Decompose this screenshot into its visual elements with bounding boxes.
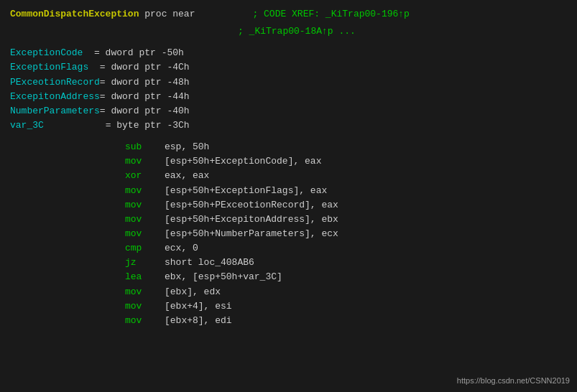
watermark: https://blog.csdn.net/CSNN2019: [457, 376, 570, 385]
operands: [ebx], edx: [165, 285, 221, 299]
operands: [esp+50h+ExcepitonAddress], ebx: [165, 213, 338, 227]
operands: [esp+50h+ExceptionFlags], eax: [165, 184, 327, 198]
mnemonic: lea: [125, 270, 165, 284]
var-exceptioncode: ExceptionCode = dword ptr -50h: [10, 46, 567, 60]
instruction-line: mov[ebx+8], edi: [10, 314, 567, 328]
comment1: ; CODE XREF: _KiTrap00-196↑p: [252, 7, 409, 22]
mnemonic: jz: [125, 256, 165, 270]
operands: esp, 50h: [165, 140, 209, 154]
instruction-line: mov[esp+50h+ExcepitonAddress], ebx: [10, 213, 567, 227]
mnemonic: mov: [125, 198, 165, 213]
operands: [ebx+8], edi: [165, 314, 232, 328]
proc-name: CommonDispatchException: [10, 7, 139, 22]
mnemonic: mov: [125, 184, 165, 198]
code-container: CommonDispatchException proc near ; CODE…: [0, 0, 577, 392]
mnemonic: mov: [125, 227, 165, 241]
instruction-line: mov[esp+50h+PExceotionRecord], eax: [10, 198, 567, 213]
proc-keyword: proc near: [139, 7, 195, 22]
operands: [ebx+4], esi: [165, 299, 232, 314]
instruction-line: mov[ebx], edx: [10, 285, 567, 299]
operands: ebx, [esp+50h+var_3C]: [165, 270, 282, 284]
operands: ecx, 0: [165, 241, 198, 256]
operands: [esp+50h+NumberParameters], ecx: [165, 227, 338, 241]
mnemonic: sub: [125, 140, 165, 154]
mnemonic: xor: [125, 169, 165, 183]
instruction-line: cmpecx, 0: [10, 241, 567, 256]
proc-header-line: CommonDispatchException proc near ; CODE…: [10, 7, 567, 22]
instruction-line: jzshort loc_408AB6: [10, 256, 567, 270]
instructions-block: subesp, 50hmov[esp+50h+ExceptionCode], e…: [10, 140, 567, 328]
operands: short loc_408AB6: [165, 256, 254, 270]
var-exceptionflags: ExceptionFlags = dword ptr -4Ch: [10, 60, 567, 75]
instruction-line: mov[ebx+4], esi: [10, 299, 567, 314]
instruction-line: mov[esp+50h+ExceptionCode], eax: [10, 154, 567, 169]
var-excepitonaddress: ExcepitonAddress = dword ptr -44h: [10, 90, 567, 104]
var-numberparameters: NumberParameters = dword ptr -40h: [10, 104, 567, 118]
instruction-line: mov[esp+50h+ExceptionFlags], eax: [10, 184, 567, 198]
instruction-line: xoreax, eax: [10, 169, 567, 183]
var-pexceotionrecord: PExceotionRecord = dword ptr -48h: [10, 75, 567, 90]
operands: eax, eax: [165, 169, 209, 183]
instruction-line: leaebx, [esp+50h+var_3C]: [10, 270, 567, 284]
operands: [esp+50h+PExceotionRecord], eax: [165, 198, 338, 213]
operands: [esp+50h+ExceptionCode], eax: [165, 154, 321, 169]
instruction-line: mov[esp+50h+NumberParameters], ecx: [10, 227, 567, 241]
mnemonic: cmp: [125, 241, 165, 256]
mnemonic: mov: [125, 299, 165, 314]
comment2: ; _KiTrap00-18A↑p ...: [238, 24, 356, 39]
mnemonic: mov: [125, 154, 165, 169]
comment2-line: ; _KiTrap00-18A↑p ...: [10, 24, 567, 39]
mnemonic: mov: [125, 213, 165, 227]
var-var3c: var_3C = byte ptr -3Ch: [10, 118, 567, 133]
instruction-line: subesp, 50h: [10, 140, 567, 154]
mnemonic: mov: [125, 314, 165, 328]
mnemonic: mov: [125, 285, 165, 299]
